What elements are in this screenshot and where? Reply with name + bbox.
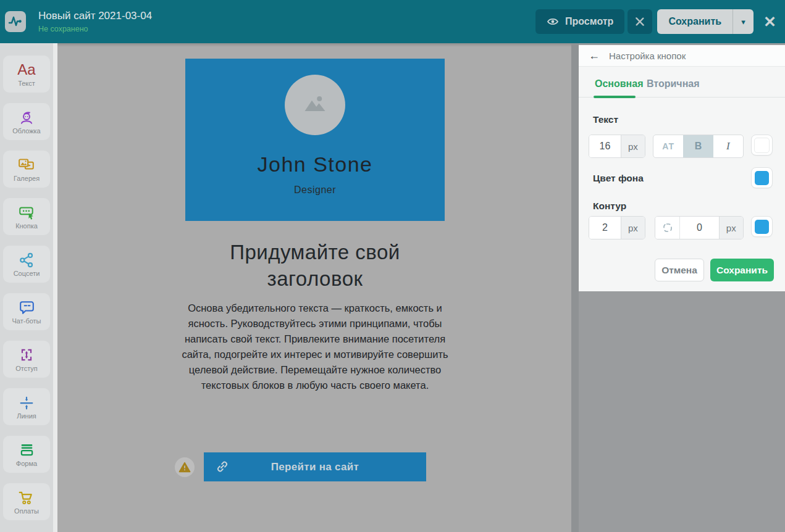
button-cursor-icon bbox=[18, 204, 35, 221]
outline-color-swatch[interactable] bbox=[751, 216, 773, 237]
blue-color-chip bbox=[755, 171, 769, 185]
editor-canvas-dimmed: John Stone Designer Придумайте свой заго… bbox=[57, 43, 571, 532]
hero-role[interactable]: Designer bbox=[185, 185, 445, 196]
text-aa-icon: Aa bbox=[17, 62, 35, 77]
chat-bubble-icon bbox=[19, 299, 35, 316]
sidebar-item-cover[interactable]: Обложка bbox=[3, 103, 50, 140]
close-icon: ✕ bbox=[763, 13, 776, 30]
caret-down-icon: ▾ bbox=[741, 17, 745, 27]
hero-name[interactable]: John Stone bbox=[185, 152, 445, 177]
spacing-brackets-icon bbox=[19, 346, 35, 364]
heading-block[interactable]: Придумайте свой заголовок bbox=[185, 239, 445, 293]
corner-radius-icon bbox=[655, 217, 679, 239]
sidebar-item-label: Обложка bbox=[12, 127, 40, 135]
app-logo-pulse-icon[interactable] bbox=[5, 11, 26, 32]
uppercase-toggle[interactable]: AT bbox=[653, 135, 683, 157]
tab-primary[interactable]: Основная bbox=[595, 78, 644, 89]
avatar-placeholder[interactable] bbox=[285, 75, 345, 135]
save-button-group: Сохранить ▾ bbox=[657, 9, 754, 34]
share-nodes-icon bbox=[19, 251, 35, 268]
sidebar-item-label: Оплаты bbox=[14, 507, 39, 515]
cover-block[interactable]: John Stone Designer bbox=[185, 59, 445, 221]
corner-radius-group: px bbox=[655, 216, 744, 239]
corner-radius-unit: px bbox=[719, 217, 743, 239]
crossed-pencils-icon bbox=[633, 15, 647, 28]
sidebar-item-label: Галерея bbox=[14, 175, 40, 182]
text-style-segmented-control: AT B I bbox=[653, 135, 744, 158]
button-settings-panel: ← Настройка кнопок Основная Вторичная Те… bbox=[579, 45, 785, 291]
eye-icon bbox=[547, 17, 559, 27]
white-color-chip bbox=[754, 138, 770, 153]
outline-width-group: px bbox=[589, 216, 645, 239]
outline-section-label: Контур bbox=[593, 201, 626, 212]
blocks-sidebar: Aa Текст Обложка bbox=[0, 43, 53, 532]
site-title: Новый сайт 2021-03-04 bbox=[38, 10, 152, 22]
design-tools-button[interactable] bbox=[628, 9, 652, 34]
page-edge-strip bbox=[53, 43, 57, 532]
paragraph-block[interactable]: Основа убедительного текста — краткость,… bbox=[181, 301, 449, 393]
panel-back-button[interactable]: ← bbox=[589, 50, 600, 61]
sidebar-item-social[interactable]: Соцсети bbox=[3, 246, 50, 283]
gallery-images-icon bbox=[18, 156, 35, 173]
sidebar-item-chatbots[interactable]: Чат-боты bbox=[3, 293, 50, 330]
preview-button[interactable]: Просмотр bbox=[535, 9, 624, 34]
cta-label: Перейти на сайт bbox=[271, 461, 359, 473]
button-warning-badge[interactable] bbox=[175, 457, 195, 477]
canvas-scrollbar[interactable] bbox=[571, 43, 579, 532]
font-size-group: px bbox=[589, 135, 645, 158]
save-dropdown-caret[interactable]: ▾ bbox=[733, 9, 754, 34]
outline-width-unit: px bbox=[621, 217, 645, 239]
font-size-unit: px bbox=[621, 135, 645, 157]
corner-radius-input[interactable] bbox=[680, 217, 718, 239]
sidebar-item-spacing[interactable]: Отступ bbox=[3, 341, 50, 378]
sidebar-item-line[interactable]: Линия bbox=[3, 388, 50, 425]
image-placeholder-icon bbox=[301, 91, 329, 119]
sidebar-item-button[interactable]: Кнопка bbox=[3, 198, 50, 235]
text-section-label: Текст bbox=[593, 114, 618, 125]
bold-toggle[interactable]: B bbox=[683, 135, 713, 157]
sidebar-item-label: Чат-боты bbox=[12, 317, 41, 325]
sidebar-item-text[interactable]: Aa Текст bbox=[3, 56, 50, 93]
site-builder-window: Новый сайт 2021-03-04 Не сохранено Просм… bbox=[0, 0, 785, 532]
back-arrow-icon: ← bbox=[589, 49, 600, 62]
blue-color-chip bbox=[755, 220, 769, 234]
warning-triangle-icon bbox=[178, 462, 191, 473]
sidebar-item-label: Соцсети bbox=[14, 270, 40, 277]
save-status: Не сохранено bbox=[38, 25, 152, 33]
link-chain-icon bbox=[215, 459, 230, 474]
cart-icon bbox=[18, 489, 35, 506]
sidebar-item-label: Кнопка bbox=[15, 222, 38, 230]
close-editor-button[interactable]: ✕ bbox=[763, 14, 776, 30]
sidebar-item-gallery[interactable]: Галерея bbox=[3, 151, 50, 188]
italic-toggle[interactable]: I bbox=[713, 135, 743, 157]
tab-secondary[interactable]: Вторичная bbox=[647, 78, 700, 89]
save-button[interactable]: Сохранить bbox=[657, 9, 733, 34]
font-size-input[interactable] bbox=[589, 135, 621, 157]
cancel-button[interactable]: Отмена bbox=[655, 259, 704, 281]
preview-label: Просмотр bbox=[565, 16, 613, 27]
bg-color-swatch[interactable] bbox=[751, 167, 773, 188]
cta-button-block[interactable]: Перейти на сайт bbox=[204, 452, 426, 481]
top-header: Новый сайт 2021-03-04 Не сохранено Просм… bbox=[0, 0, 785, 43]
sidebar-item-payments[interactable]: Оплаты bbox=[3, 483, 50, 520]
panel-title: Настройка кнопок bbox=[609, 51, 686, 61]
bg-color-section-label: Цвет фона bbox=[593, 173, 644, 184]
sidebar-item-form[interactable]: Форма bbox=[3, 436, 50, 473]
line-divider-icon bbox=[19, 394, 35, 411]
outline-width-input[interactable] bbox=[589, 217, 621, 239]
sidebar-item-label: Линия bbox=[17, 412, 36, 420]
panel-save-button[interactable]: Сохранить bbox=[710, 259, 774, 281]
sidebar-item-label: Отступ bbox=[15, 365, 38, 372]
text-color-swatch[interactable] bbox=[751, 135, 773, 156]
cover-person-icon bbox=[19, 109, 35, 126]
active-tab-underline bbox=[594, 96, 636, 98]
form-fields-icon bbox=[19, 441, 35, 459]
sidebar-item-label: Форма bbox=[16, 460, 37, 467]
sidebar-item-label: Текст bbox=[18, 80, 35, 87]
